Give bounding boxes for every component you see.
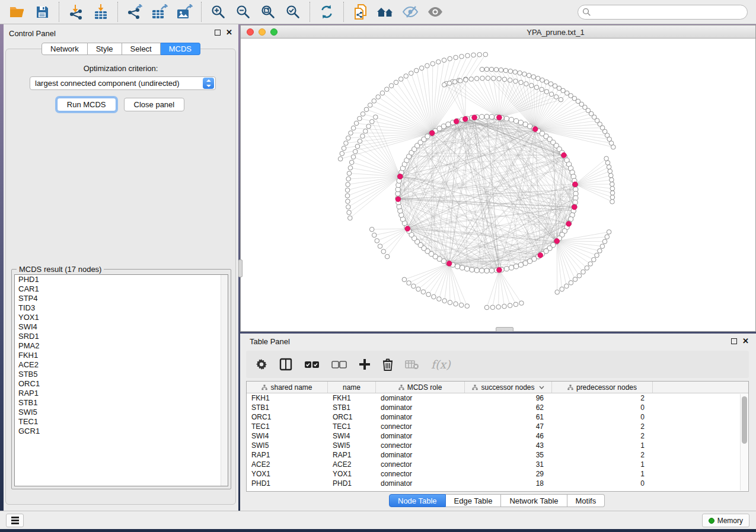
table-cell: connector [376,460,465,469]
show-all-icon[interactable] [425,2,445,21]
delete-table-icon[interactable] [405,357,419,372]
table-row[interactable]: TEC1TEC1connector472 [247,422,748,431]
mcds-result-item[interactable]: STB5 [15,370,228,379]
table-cell: TEC1 [247,422,328,431]
tab-style[interactable]: Style [88,43,122,55]
task-history-button[interactable] [6,514,24,527]
mcds-result-item[interactable]: YOX1 [15,313,228,322]
column-header-shared-name[interactable]: shared name [247,382,328,393]
table-cell: dominator [376,431,465,441]
table-row[interactable]: SWI5SWI5connector431 [247,441,748,450]
select-all-icon[interactable] [304,357,320,372]
duplicate-network-icon[interactable] [350,2,371,21]
panel-splitter-horizontal[interactable] [496,327,513,332]
table-cell: 35 [465,450,552,460]
mcds-result-item[interactable]: FKH1 [15,351,228,360]
export-image-icon[interactable] [174,2,194,21]
window-close-icon[interactable] [247,28,254,36]
search-input[interactable] [578,5,748,20]
open-file-icon[interactable] [7,2,27,21]
mcds-result-item[interactable]: STP4 [15,294,228,303]
network-window: YPA_prune.txt_1 [240,25,756,332]
close-table-panel-icon[interactable]: ✕ [742,336,749,346]
float-panel-icon[interactable] [215,30,221,36]
mcds-result-item[interactable]: SRD1 [15,332,228,341]
mcds-result-item[interactable]: TEC1 [15,417,228,427]
deselect-all-icon[interactable] [331,357,347,372]
memory-button[interactable]: Memory [702,514,749,527]
control-panel: Control Panel ✕ NetworkStyleSelectMCDS O… [4,24,238,511]
export-table-icon[interactable] [149,2,170,21]
tab-network[interactable]: Network [42,43,88,55]
column-header-successor-nodes[interactable]: successor nodes [465,382,552,393]
window-zoom-icon[interactable] [270,28,277,36]
column-header-MCDS-role[interactable]: MCDS role [376,382,465,393]
table-cell: connector [376,469,465,479]
close-panel-button[interactable]: Close panel [124,98,185,111]
tab-edge-table[interactable]: Edge Table [446,494,502,507]
column-header-name[interactable]: name [328,382,376,393]
run-mcds-button[interactable]: Run MCDS [57,98,116,111]
mcds-result-item[interactable]: GCR1 [15,427,228,436]
tab-mcds[interactable]: MCDS [161,43,200,55]
add-column-icon[interactable] [359,357,371,372]
network-canvas[interactable] [241,39,755,331]
table-row[interactable]: FKH1FKH1dominator962 [247,393,748,403]
window-minimize-icon[interactable] [259,28,266,36]
table-row[interactable]: STB1STB1dominator620 [247,403,748,412]
mcds-result-item[interactable]: TID3 [15,303,228,313]
mcds-result-item[interactable]: SWI5 [15,408,228,417]
mcds-result-item[interactable]: RAP1 [15,389,228,398]
mcds-result-item[interactable]: SWI4 [15,322,228,332]
table-cell: RAP1 [328,450,376,460]
tab-node-table[interactable]: Node Table [389,494,446,507]
save-session-icon[interactable] [32,2,52,21]
table-cell: TEC1 [328,422,376,431]
table-cell: dominator [376,403,465,412]
mcds-result-item[interactable]: PMA2 [15,341,228,351]
zoom-selected-icon[interactable] [283,2,303,21]
panel-splitter-vertical[interactable] [238,259,243,277]
zoom-in-icon[interactable] [208,2,228,21]
result-scrollbar[interactable] [221,275,228,486]
close-panel-icon[interactable]: ✕ [226,28,232,37]
mcds-result-item[interactable]: CAR1 [15,284,228,294]
network-graph[interactable] [241,39,755,331]
mcds-result-item[interactable]: STB1 [15,398,228,408]
table-row[interactable]: ACE2ACE2connector311 [247,460,748,469]
export-network-icon[interactable] [125,2,145,21]
mcds-result-item[interactable]: PHD1 [15,275,228,284]
zoom-out-icon[interactable] [233,2,253,21]
table-scrollbar-thumb[interactable] [742,396,747,444]
import-network-icon[interactable] [66,2,86,21]
table-row[interactable]: ORC1ORC1dominator610 [247,412,748,422]
mcds-result-item[interactable]: ACE2 [15,360,228,370]
table-scrollbar[interactable] [740,394,748,491]
tab-network-table[interactable]: Network Table [501,494,567,507]
table-cell: 0 [552,479,653,488]
float-table-panel-icon[interactable] [731,338,737,344]
zoom-fit-icon[interactable] [258,2,278,21]
mcds-result-list[interactable]: PHD1CAR1STP4TID3YOX1SWI4SRD1PMA2FKH1ACE2… [14,274,228,486]
delete-column-icon[interactable] [382,357,393,372]
column-header-predecessor-nodes[interactable]: predecessor nodes [552,382,653,393]
tab-motifs[interactable]: Motifs [567,494,605,507]
mcds-tab-content: Optimization criterion: largest connecte… [5,49,236,505]
settings-gear-icon[interactable] [256,357,267,372]
refresh-icon[interactable] [317,2,337,21]
search-field[interactable] [578,5,748,20]
table-row[interactable]: RAP1RAP1dominator352 [247,450,748,460]
mcds-result-item[interactable]: ORC1 [15,379,228,389]
optimization-criterion-select[interactable]: largest connected component (undirected) [30,76,216,90]
table-row[interactable]: SWI4SWI4dominator462 [247,431,748,441]
first-neighbors-icon[interactable] [375,2,395,21]
function-builder-icon[interactable]: f(x) [431,357,451,372]
column-view-icon[interactable] [279,357,292,372]
mcds-result-group: MCDS result (17 nodes) PHD1CAR1STP4TID3Y… [11,269,231,489]
network-window-titlebar[interactable]: YPA_prune.txt_1 [241,25,755,39]
table-row[interactable]: YOX1YOX1connector291 [247,469,748,479]
import-table-icon[interactable] [91,2,111,21]
tab-select[interactable]: Select [122,43,161,55]
hide-selected-icon[interactable] [400,2,420,21]
table-row[interactable]: PHD1PHD1dominator180 [247,479,748,488]
